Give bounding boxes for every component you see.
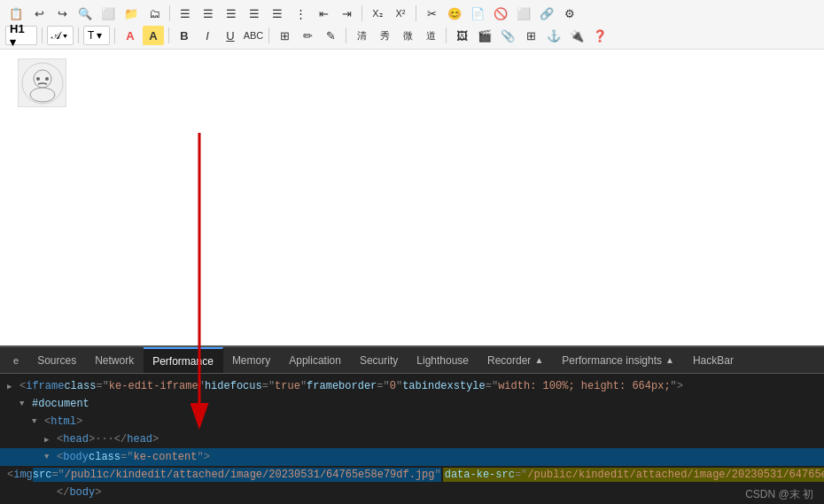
align-center-button[interactable]: ☰: [198, 4, 219, 23]
show-button[interactable]: 秀: [374, 26, 395, 45]
tab-recorder[interactable]: Recorder ▲: [478, 347, 553, 374]
svg-point-2: [30, 88, 55, 102]
outdent-button[interactable]: ⇤: [313, 4, 334, 23]
content-area: [0, 50, 824, 320]
font-size-dropdown[interactable]: T ▾: [83, 26, 110, 45]
bold-button[interactable]: B: [174, 26, 195, 45]
align-justify-button[interactable]: ☰: [244, 4, 265, 23]
taobao-button[interactable]: 道: [420, 26, 441, 45]
redo-button[interactable]: ↪: [51, 4, 73, 23]
tab-security[interactable]: Security: [351, 347, 408, 374]
media-button[interactable]: 🎬: [474, 26, 495, 45]
unlink-button[interactable]: ⚙: [559, 4, 580, 23]
tab-hackbar[interactable]: HackBar: [684, 347, 743, 374]
paint-button[interactable]: ✎: [320, 26, 341, 45]
expand-body[interactable]: [44, 453, 57, 461]
toolbar: 📋 ↩ ↪ 🔍 ⬜ 📁 🗂 ☰ ☰ ☰ ☰ ☰ ⋮ ⇤ ⇥ X₂ X² ✂ 😊 …: [0, 0, 824, 50]
tab-application[interactable]: Application: [280, 347, 351, 374]
separator-7: [168, 27, 169, 43]
attach-button[interactable]: 📎: [497, 26, 518, 45]
heading-dropdown[interactable]: H1 ▾: [5, 26, 37, 45]
tab-performance-insights[interactable]: Performance insights ▲: [553, 347, 684, 374]
anchor-button[interactable]: ⚓: [543, 26, 564, 45]
separator-2: [361, 5, 362, 21]
expand-html[interactable]: [32, 417, 44, 426]
recorder-icon: ▲: [534, 355, 543, 365]
tab-sources[interactable]: Sources: [28, 347, 86, 374]
image-button[interactable]: 🖼: [451, 26, 472, 45]
ordered-list-button[interactable]: ☰: [267, 4, 288, 23]
highlight-button[interactable]: A: [143, 26, 164, 45]
separator-4: [42, 27, 43, 43]
face-svg: [20, 61, 65, 105]
code-line-close-body[interactable]: </body>: [0, 484, 824, 501]
align-right-button[interactable]: ☰: [221, 4, 242, 23]
table-button[interactable]: ⊞: [520, 26, 541, 45]
subscript-button[interactable]: X₂: [367, 4, 388, 23]
link-button[interactable]: 🔗: [536, 4, 557, 23]
code-line-iframe[interactable]: <iframe class="ke-edit-iframe" hidefocus…: [0, 377, 824, 395]
paste-button[interactable]: 📋: [5, 4, 27, 23]
separator-10: [446, 27, 447, 43]
page-break-button[interactable]: 📄: [467, 4, 488, 23]
open-button[interactable]: 📁: [120, 4, 142, 23]
superscript-button[interactable]: X²: [390, 4, 411, 23]
unordered-list-button[interactable]: ⋮: [290, 4, 311, 23]
status-text: CSDN @末 初: [745, 488, 813, 500]
align-left-button[interactable]: ☰: [175, 4, 196, 23]
template-button[interactable]: ⬜: [97, 4, 119, 23]
devtools-panel: e Sources Network Performance Memory App…: [0, 345, 824, 504]
toolbar-row-1: 📋 ↩ ↪ 🔍 ⬜ 📁 🗂 ☰ ☰ ☰ ☰ ☰ ⋮ ⇤ ⇥ X₂ X² ✂ 😊 …: [5, 4, 819, 23]
preview-button[interactable]: 🔍: [74, 4, 96, 23]
tab-network[interactable]: Network: [86, 347, 144, 374]
expand-iframe[interactable]: [7, 382, 19, 392]
status-bar: CSDN @末 初: [735, 485, 824, 504]
code-line-img[interactable]: <img src="/public/kindedit/attached/imag…: [0, 466, 824, 484]
separator-9: [346, 27, 346, 43]
editor-area: 📋 ↩ ↪ 🔍 ⬜ 📁 🗂 ☰ ☰ ☰ ☰ ☰ ⋮ ⇤ ⇥ X₂ X² ✂ 😊 …: [0, 0, 824, 345]
indent-button[interactable]: ⇥: [336, 4, 357, 23]
avatar-image: [18, 58, 66, 107]
svg-point-4: [45, 77, 49, 81]
undo-button[interactable]: ↩: [28, 4, 50, 23]
clear-format-button[interactable]: ✏: [297, 26, 318, 45]
upload-button[interactable]: 🗂: [144, 4, 165, 23]
separator-6: [114, 27, 115, 43]
special-char-button[interactable]: ⊞: [274, 26, 295, 45]
separator-3: [416, 5, 416, 21]
tab-lighthouse[interactable]: Lighthouse: [408, 347, 478, 374]
code-line-document[interactable]: #document: [0, 395, 824, 413]
weibo-button[interactable]: 微: [397, 26, 418, 45]
code-line-head[interactable]: <head> ··· </head>: [0, 430, 824, 448]
strikethrough-button[interactable]: ABC: [243, 26, 264, 45]
italic-button[interactable]: I: [197, 26, 218, 45]
performance-insights-icon: ▲: [665, 355, 674, 365]
separator-1: [169, 5, 170, 21]
tab-performance[interactable]: Performance: [144, 347, 223, 374]
separator-8: [268, 27, 269, 43]
underline-button[interactable]: U: [220, 26, 241, 45]
emoticon-button[interactable]: 😊: [444, 4, 465, 23]
devtools-tab-bar: e Sources Network Performance Memory App…: [0, 347, 824, 374]
separator-5: [78, 27, 79, 43]
devtools-code-content: <iframe class="ke-edit-iframe" hidefocus…: [0, 374, 824, 504]
source-button[interactable]: ⬜: [513, 4, 534, 23]
tab-elements[interactable]: e: [4, 347, 28, 374]
code-line-html[interactable]: <html>: [0, 413, 824, 430]
code-line-body[interactable]: <body class="ke-content" >: [0, 448, 824, 466]
plugin-button[interactable]: 🔌: [566, 26, 587, 45]
font-color-button[interactable]: A: [120, 26, 141, 45]
clear-button[interactable]: 清: [351, 26, 372, 45]
toolbar-row-2: H1 ▾ 𝒜 ▾ T ▾ A A B I U ABC ⊞ ✏ ✎ 清 秀 微 道…: [5, 26, 819, 45]
svg-point-3: [36, 77, 40, 81]
tab-memory[interactable]: Memory: [223, 347, 280, 374]
expand-head[interactable]: [44, 435, 57, 445]
remove-format-button[interactable]: 🚫: [490, 4, 511, 23]
expand-document[interactable]: [19, 399, 32, 408]
cut-button[interactable]: ✂: [421, 4, 442, 23]
help-button[interactable]: ❓: [589, 26, 610, 45]
font-family-dropdown[interactable]: 𝒜 ▾: [47, 26, 74, 45]
